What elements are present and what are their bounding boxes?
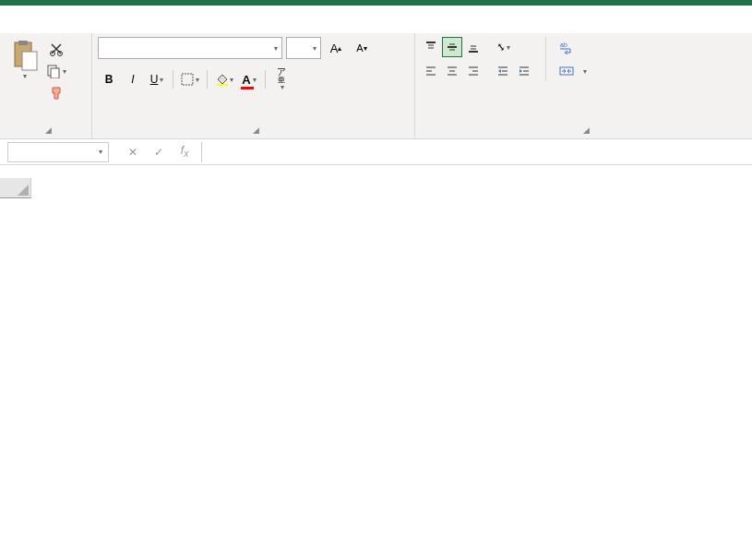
alignment-dialog-launcher[interactable]: ◢ <box>583 125 590 135</box>
align-center-button[interactable] <box>442 61 462 81</box>
italic-button[interactable]: I <box>122 68 144 90</box>
chevron-down-icon: ▾ <box>281 84 284 91</box>
align-middle-button[interactable] <box>442 37 462 57</box>
svg-rect-8 <box>217 84 228 86</box>
svg-rect-6 <box>51 68 59 78</box>
scissors-icon <box>49 42 64 56</box>
border-button[interactable]: ▾ <box>178 68 202 90</box>
svg-rect-2 <box>22 52 37 70</box>
fill-color-button[interactable]: ▾ <box>212 68 236 90</box>
chevron-down-icon: ▾ <box>230 76 233 84</box>
svg-text:ab: ab <box>560 42 567 48</box>
align-right-button[interactable] <box>463 61 483 81</box>
svg-rect-7 <box>182 74 193 85</box>
chevron-down-icon: ▾ <box>99 148 102 156</box>
chevron-down-icon: ▾ <box>63 67 66 76</box>
phonetic-button[interactable]: ア亜▾ <box>270 68 292 90</box>
ribbon: ▾ ▾ ◢ ▾ ▾ A▴ A▾ B I U▾ ▾ <box>0 33 752 139</box>
brush-icon <box>49 86 64 101</box>
chevron-down-icon: ▾ <box>160 76 163 84</box>
align-top-button[interactable] <box>421 37 441 57</box>
font-name-select[interactable]: ▾ <box>98 37 282 59</box>
svg-rect-1 <box>18 41 28 45</box>
increase-font-button[interactable]: A▴ <box>325 37 347 59</box>
clipboard-dialog-launcher[interactable]: ◢ <box>45 125 52 135</box>
merge-center-button[interactable]: ▾ <box>554 61 592 81</box>
increase-indent-button[interactable] <box>514 61 534 81</box>
ribbon-tabs <box>0 6 752 33</box>
name-box[interactable]: ▾ <box>7 142 109 162</box>
align-left-button[interactable] <box>421 61 441 81</box>
chevron-down-icon: ▾ <box>583 67 587 76</box>
font-dialog-launcher[interactable]: ◢ <box>253 125 259 135</box>
underline-button[interactable]: U▾ <box>146 68 168 90</box>
chevron-down-icon: ▾ <box>253 76 257 84</box>
cut-button[interactable] <box>46 39 66 59</box>
chevron-down-icon: ▾ <box>196 76 199 84</box>
insert-function-button[interactable]: fx <box>175 143 194 161</box>
bold-button[interactable]: B <box>98 68 120 90</box>
paste-button[interactable]: ▾ <box>6 37 42 82</box>
select-all-button[interactable] <box>0 178 31 198</box>
bucket-icon <box>215 73 228 86</box>
font-size-select[interactable]: ▾ <box>286 37 321 59</box>
wrap-icon: ab <box>559 40 574 54</box>
copy-icon <box>46 64 61 78</box>
merge-icon <box>559 64 574 78</box>
wrap-text-button[interactable]: ab <box>554 37 592 57</box>
paste-icon <box>9 39 39 72</box>
chevron-down-icon: ▾ <box>274 44 278 53</box>
orientation-button[interactable]: ⤡▾ <box>493 37 513 57</box>
copy-button[interactable]: ▾ <box>46 61 66 81</box>
border-icon <box>181 73 194 86</box>
decrease-indent-button[interactable] <box>493 61 513 81</box>
decrease-font-button[interactable]: A▾ <box>351 37 373 59</box>
enter-formula-button[interactable]: ✓ <box>149 143 168 161</box>
chevron-down-icon: ▾ <box>23 72 27 80</box>
chevron-down-icon: ▾ <box>507 43 510 52</box>
chevron-down-icon: ▾ <box>313 44 316 53</box>
font-group: ▾ ▾ A▴ A▾ B I U▾ ▾ ▾ A▾ ア亜▾ ◢ <box>92 33 415 138</box>
formula-input[interactable] <box>201 142 752 162</box>
font-color-button[interactable]: A▾ <box>238 68 260 90</box>
format-painter-button[interactable] <box>46 83 66 103</box>
cancel-formula-button[interactable]: ✕ <box>124 143 142 161</box>
clipboard-group: ▾ ▾ ◢ <box>0 33 92 138</box>
align-bottom-button[interactable] <box>463 37 483 57</box>
alignment-group: ⤡▾ ab ▾ <box>415 33 752 138</box>
formula-bar-row: ▾ ✕ ✓ fx <box>0 139 752 165</box>
